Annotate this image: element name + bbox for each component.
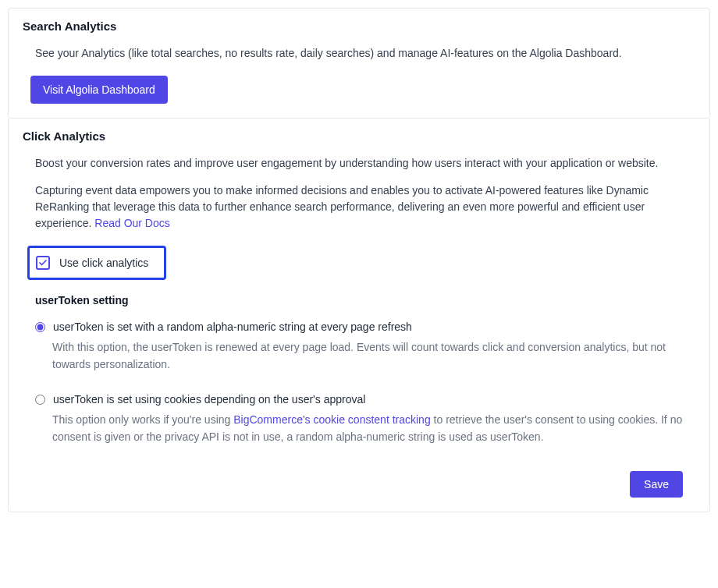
read-docs-link[interactable]: Read Our Docs [94,217,169,229]
click-analytics-title: Click Analytics [23,129,695,143]
user-token-heading: userToken setting [35,294,683,306]
radio-random-description: With this option, the userToken is renew… [35,339,683,373]
user-token-radio-group: userToken is set with a random alpha-num… [35,321,683,446]
panel-body: See your Analytics (like total searches,… [9,41,709,118]
click-analytics-panel: Click Analytics Boost your conversion ra… [8,119,710,512]
click-analytics-desc-1: Boost your conversion rates and improve … [35,155,683,172]
radio-option-random: userToken is set with a random alpha-num… [35,321,683,373]
radio-random-string[interactable] [35,322,45,332]
bigcommerce-cookie-link[interactable]: BigCommerce's cookie constent tracking [233,413,430,426]
use-click-analytics-label[interactable]: Use click analytics [59,257,148,269]
use-click-analytics-wrapper: Use click analytics [27,246,166,280]
panel-body: Boost your conversion rates and improve … [9,151,709,512]
check-icon [38,258,48,267]
search-analytics-panel: Search Analytics See your Analytics (lik… [8,8,710,119]
radio-random-label[interactable]: userToken is set with a random alpha-num… [53,321,412,333]
radio-cookies[interactable] [35,395,45,405]
click-analytics-desc-2: Capturing event data empowers you to mak… [35,182,683,232]
radio-cookies-desc-pre: This option only works if you're using [52,413,233,426]
save-button[interactable]: Save [630,471,683,498]
radio-option-cookies: userToken is set using cookies depending… [35,393,683,445]
search-analytics-description: See your Analytics (like total searches,… [35,45,683,62]
panel-header: Search Analytics [9,9,709,41]
radio-cookies-label[interactable]: userToken is set using cookies depending… [53,393,365,406]
search-analytics-title: Search Analytics [23,19,695,33]
actions-row: Save [35,466,683,498]
panel-header: Click Analytics [9,119,709,151]
visit-dashboard-button[interactable]: Visit Algolia Dashboard [30,76,168,104]
radio-cookies-description: This option only works if you're using B… [35,412,683,445]
use-click-analytics-checkbox[interactable] [36,256,50,270]
